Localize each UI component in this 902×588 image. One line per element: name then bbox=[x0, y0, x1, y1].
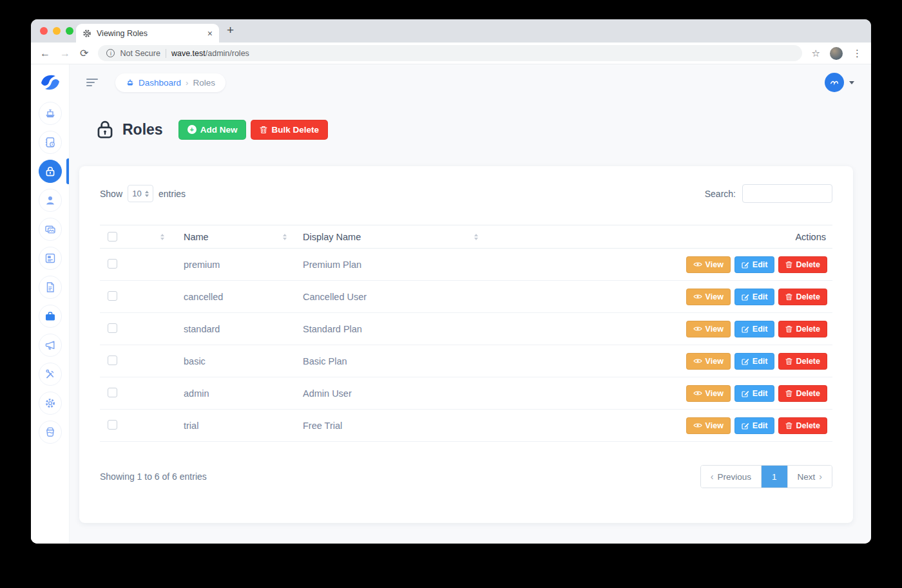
edit-button[interactable]: Edit bbox=[734, 321, 775, 337]
next-page-button[interactable]: Next› bbox=[787, 466, 832, 488]
chevron-down-icon[interactable] bbox=[849, 81, 854, 84]
bookmark-star-icon[interactable]: ☆ bbox=[812, 48, 820, 59]
close-window-button[interactable] bbox=[40, 27, 48, 35]
notebook-clock-icon bbox=[44, 136, 57, 149]
row-checkbox[interactable] bbox=[108, 420, 117, 430]
search-input[interactable] bbox=[742, 184, 832, 203]
select-all-checkbox[interactable] bbox=[108, 232, 117, 242]
row-checkbox[interactable] bbox=[108, 259, 117, 269]
display-name-cell: Premium Plan bbox=[293, 249, 485, 281]
user-menu[interactable] bbox=[825, 73, 854, 92]
app-body: Dashboard › Roles Roles + Add New bbox=[31, 64, 871, 544]
trash-icon bbox=[785, 390, 792, 397]
row-checkbox[interactable] bbox=[108, 356, 117, 365]
zoom-window-button[interactable] bbox=[66, 27, 73, 35]
top-header: Dashboard › Roles bbox=[70, 64, 871, 100]
browser-profile-avatar[interactable] bbox=[830, 47, 843, 60]
edit-button[interactable]: Edit bbox=[734, 417, 775, 434]
delete-button[interactable]: Delete bbox=[778, 385, 827, 402]
edit-icon bbox=[742, 325, 749, 333]
display-name-column-header[interactable]: Display Name bbox=[293, 225, 485, 249]
user-avatar[interactable] bbox=[825, 73, 844, 92]
url-host: wave.test bbox=[171, 49, 206, 58]
breadcrumb: Dashboard › Roles bbox=[115, 73, 225, 92]
entries-select[interactable]: 10 bbox=[128, 185, 153, 202]
sidebar-item-settings[interactable] bbox=[39, 392, 62, 415]
view-button[interactable]: View bbox=[686, 256, 731, 273]
page-number-button[interactable]: 1 bbox=[762, 466, 787, 488]
edit-button[interactable]: Edit bbox=[734, 353, 775, 370]
info-icon[interactable]: i bbox=[106, 49, 115, 57]
sidebar-item-pages[interactable] bbox=[39, 276, 62, 299]
actions-column-header: Actions bbox=[485, 225, 832, 249]
role-name-cell: premium bbox=[171, 249, 293, 281]
role-name-cell: cancelled bbox=[171, 281, 293, 313]
delete-button[interactable]: Delete bbox=[778, 353, 827, 370]
view-button[interactable]: View bbox=[686, 353, 731, 370]
select-all-header[interactable] bbox=[100, 225, 171, 249]
row-checkbox[interactable] bbox=[108, 323, 117, 333]
sort-icon bbox=[160, 234, 164, 240]
sidebar-item-users[interactable] bbox=[39, 189, 62, 212]
edit-icon bbox=[742, 422, 749, 430]
browser-toolbar: ← → ⟳ i Not Secure wave.test/admin/roles… bbox=[31, 43, 871, 64]
page-title: Roles bbox=[122, 121, 163, 138]
edit-button[interactable]: Edit bbox=[734, 385, 775, 402]
view-button[interactable]: View bbox=[686, 385, 731, 402]
minimize-window-button[interactable] bbox=[53, 27, 61, 35]
lock-icon bbox=[44, 166, 56, 177]
sidebar-item-roles[interactable] bbox=[39, 160, 62, 183]
main-content: Dashboard › Roles Roles + Add New bbox=[70, 64, 871, 544]
view-button[interactable]: View bbox=[686, 289, 731, 305]
address-bar[interactable]: i Not Secure wave.test/admin/roles bbox=[98, 45, 801, 61]
briefcase-icon bbox=[44, 310, 57, 323]
search-label: Search: bbox=[705, 189, 736, 199]
reload-icon[interactable]: ⟳ bbox=[80, 48, 88, 59]
eye-icon bbox=[693, 422, 702, 428]
tab-close-icon[interactable]: × bbox=[207, 28, 213, 39]
forward-icon[interactable]: → bbox=[60, 48, 70, 59]
row-checkbox[interactable] bbox=[108, 388, 117, 397]
browser-window: Viewing Roles × + ← → ⟳ i Not Secure wav… bbox=[31, 19, 871, 544]
sidebar-item-plans[interactable] bbox=[39, 131, 62, 154]
delete-button[interactable]: Delete bbox=[778, 321, 827, 337]
delete-button[interactable]: Delete bbox=[778, 256, 827, 273]
edit-icon bbox=[742, 293, 749, 301]
name-column-header[interactable]: Name bbox=[171, 225, 293, 249]
hamburger-menu-icon[interactable] bbox=[86, 79, 98, 86]
sidebar-item-tools[interactable] bbox=[39, 363, 62, 386]
delete-button[interactable]: Delete bbox=[778, 417, 827, 434]
edit-button[interactable]: Edit bbox=[734, 256, 775, 273]
tab-strip: Viewing Roles × + bbox=[31, 19, 871, 43]
sidebar-item-announcements[interactable] bbox=[39, 334, 62, 357]
previous-page-button[interactable]: ‹Previous bbox=[701, 466, 762, 488]
sidebar-item-dashboard[interactable] bbox=[39, 102, 62, 125]
wave-logo-icon[interactable] bbox=[39, 71, 62, 94]
eye-icon bbox=[693, 261, 702, 267]
trash-icon bbox=[785, 293, 792, 301]
delete-button[interactable]: Delete bbox=[778, 289, 827, 305]
edit-button[interactable]: Edit bbox=[734, 289, 775, 305]
bulk-delete-button[interactable]: Bulk Delete bbox=[251, 120, 328, 140]
row-checkbox[interactable] bbox=[108, 291, 117, 301]
sort-icon bbox=[474, 234, 478, 240]
browser-tab[interactable]: Viewing Roles × bbox=[76, 24, 219, 43]
sidebar-item-media[interactable] bbox=[39, 218, 62, 241]
tab-favicon-icon bbox=[82, 29, 91, 38]
table-row: standard Standard Plan View Edit Delete bbox=[100, 313, 832, 345]
sort-icon bbox=[283, 234, 287, 240]
new-tab-button[interactable]: + bbox=[227, 23, 234, 37]
showing-entries-text: Showing 1 to 6 of 6 entries bbox=[100, 471, 207, 482]
breadcrumb-dashboard-link[interactable]: Dashboard bbox=[126, 78, 181, 88]
sidebar-item-themes[interactable] bbox=[39, 421, 62, 444]
lock-icon bbox=[97, 120, 113, 139]
eye-icon bbox=[693, 390, 702, 396]
view-button[interactable]: View bbox=[686, 417, 731, 434]
sidebar-item-categories[interactable] bbox=[39, 305, 62, 328]
back-icon[interactable]: ← bbox=[40, 48, 50, 59]
add-new-button[interactable]: + Add New bbox=[178, 120, 247, 140]
view-button[interactable]: View bbox=[686, 321, 731, 337]
sidebar-item-posts[interactable] bbox=[39, 247, 62, 270]
browser-menu-icon[interactable]: ⋮ bbox=[852, 48, 862, 59]
pagination: ‹Previous 1 Next› bbox=[700, 465, 832, 488]
